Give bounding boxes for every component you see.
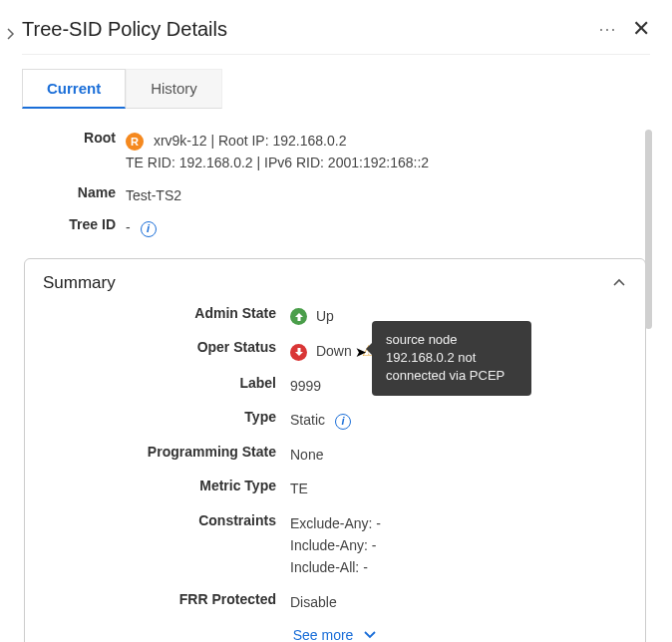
metric-type-label: Metric Type	[43, 478, 290, 493]
more-options-icon[interactable]: ⋯	[598, 18, 618, 40]
name-label: Name	[22, 184, 126, 200]
admin-state-label: Admin State	[43, 305, 290, 321]
frr-protected-label: FRR Protected	[43, 591, 290, 607]
tab-current[interactable]: Current	[22, 69, 126, 109]
close-icon[interactable]: ✕	[632, 16, 650, 42]
summary-card: Summary Admin State Up Oper Status Down	[24, 258, 646, 642]
chevron-down-icon	[363, 627, 377, 642]
frr-protected-value: Disable	[290, 591, 627, 613]
oper-status-label: Oper Status	[43, 339, 290, 355]
page-title: Tree-SID Policy Details	[22, 18, 227, 41]
programming-state-value: None	[290, 444, 627, 466]
te-rid-value: 192.168.0.2	[179, 155, 253, 170]
summary-title: Summary	[43, 273, 116, 293]
info-icon[interactable]: i	[335, 414, 351, 430]
collapse-summary-icon[interactable]	[611, 275, 627, 291]
programming-state-label: Programming State	[43, 444, 290, 460]
constraint-include-any: Include-Any: -	[290, 534, 627, 556]
root-ip-label: Root IP:	[218, 133, 269, 149]
oper-status-value: Down	[316, 343, 352, 359]
constraint-exclude-any: Exclude-Any: -	[290, 512, 627, 534]
type-label: Type	[43, 409, 290, 425]
tooltip: source node 192.168.0.2 not connected vi…	[372, 321, 531, 396]
constraints-label: Constraints	[43, 512, 290, 528]
te-rid-label: TE RID:	[126, 155, 175, 170]
info-icon[interactable]: i	[141, 221, 157, 237]
ipv6-rid-label: IPv6 RID:	[264, 155, 324, 170]
name-value: Test-TS2	[126, 184, 636, 206]
constraints-value: Exclude-Any: - Include-Any: - Include-Al…	[290, 512, 627, 579]
scrollbar[interactable]	[645, 130, 652, 329]
label-field-label: Label	[43, 375, 290, 391]
type-value: Static	[290, 412, 325, 428]
see-more-link[interactable]: See more	[43, 619, 627, 642]
constraint-include-all: Include-All: -	[290, 556, 627, 578]
tree-id-value: -	[126, 219, 131, 235]
admin-state-value: Up	[316, 308, 334, 324]
router-node-icon: R	[126, 133, 144, 151]
tab-bar: Current History	[22, 69, 650, 109]
expand-panel-toggle[interactable]	[4, 28, 20, 44]
root-value: R xrv9k-12 | Root IP: 192.168.0.2 TE RID…	[126, 130, 636, 174]
status-down-icon	[290, 344, 307, 361]
tree-id-label: Tree ID	[22, 216, 126, 232]
tab-history[interactable]: History	[126, 69, 222, 109]
status-up-icon	[290, 308, 307, 325]
root-label: Root	[22, 130, 126, 146]
metric-type-value: TE	[290, 478, 627, 499]
panel-header: Tree-SID Policy Details ⋯ ✕	[22, 12, 650, 55]
ipv6-rid-value: 2001:192:168::2	[328, 155, 429, 170]
root-node-name: xrv9k-12	[154, 133, 207, 149]
root-ip-value: 192.168.0.2	[272, 133, 346, 149]
